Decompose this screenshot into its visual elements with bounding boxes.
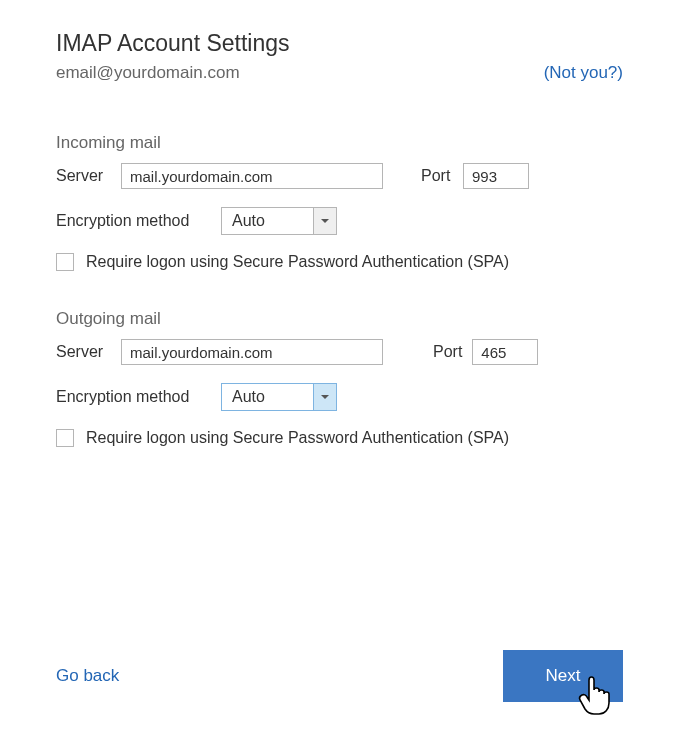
outgoing-spa-label: Require logon using Secure Password Auth… — [86, 429, 509, 447]
incoming-server-input[interactable] — [121, 163, 383, 189]
outgoing-server-label: Server — [56, 343, 111, 361]
outgoing-encryption-label: Encryption method — [56, 388, 211, 406]
outgoing-encryption-arrow[interactable] — [313, 383, 337, 411]
outgoing-port-label: Port — [433, 343, 462, 361]
email-address: email@yourdomain.com — [56, 63, 240, 83]
incoming-encryption-arrow[interactable] — [313, 207, 337, 235]
incoming-encryption-value: Auto — [221, 207, 313, 235]
outgoing-heading: Outgoing mail — [56, 309, 623, 329]
outgoing-encryption-select[interactable]: Auto — [221, 383, 337, 411]
incoming-port-label: Port — [421, 167, 453, 185]
outgoing-spa-checkbox[interactable] — [56, 429, 74, 447]
incoming-encryption-label: Encryption method — [56, 212, 211, 230]
chevron-down-icon — [321, 219, 329, 223]
chevron-down-icon — [321, 395, 329, 399]
go-back-link[interactable]: Go back — [56, 666, 119, 686]
outgoing-encryption-value: Auto — [221, 383, 313, 411]
incoming-encryption-select[interactable]: Auto — [221, 207, 337, 235]
incoming-port-input[interactable] — [463, 163, 529, 189]
incoming-spa-label: Require logon using Secure Password Auth… — [86, 253, 509, 271]
not-you-link[interactable]: (Not you?) — [544, 63, 623, 83]
outgoing-server-input[interactable] — [121, 339, 383, 365]
page-title: IMAP Account Settings — [56, 30, 623, 57]
incoming-spa-checkbox[interactable] — [56, 253, 74, 271]
incoming-server-label: Server — [56, 167, 111, 185]
incoming-heading: Incoming mail — [56, 133, 623, 153]
next-button[interactable]: Next — [503, 650, 623, 702]
outgoing-port-input[interactable] — [472, 339, 538, 365]
